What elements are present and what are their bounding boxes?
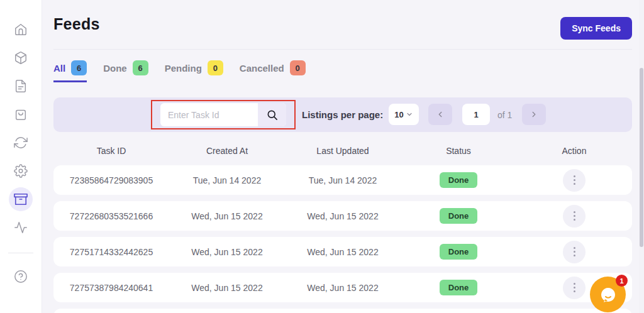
page-size-value: 10 [394, 110, 403, 119]
table-row-partial [53, 309, 632, 313]
tab-done-count-badge: 6 [133, 60, 148, 75]
table-row: 72385864729083905 Tue, Jun 14 2022 Tue, … [53, 165, 632, 195]
help-icon [14, 270, 28, 283]
tab-cancelled-label: Cancelled [240, 63, 284, 74]
listings-per-page-label: Listings per page: [302, 97, 383, 132]
status-badge: Done [440, 208, 478, 224]
kebab-menu-icon [574, 283, 575, 285]
last-updated-cell: Tue, Jun 14 2022 [309, 175, 377, 185]
status-badge: Done [440, 244, 478, 260]
sidebar-item-orders[interactable] [9, 102, 33, 126]
tab-pending[interactable]: Pending 0 [165, 60, 223, 82]
sidebar-item-templates[interactable] [9, 74, 33, 98]
page-total-label: of 1 [497, 97, 512, 132]
sidebar-item-feeds[interactable] [9, 187, 33, 211]
sidebar-item-sync[interactable] [9, 131, 33, 155]
home-icon [14, 23, 28, 36]
sync-feeds-button[interactable]: Sync Feeds [560, 17, 632, 40]
last-updated-cell: Wed, Jun 15 2022 [307, 247, 378, 257]
created-at-cell: Wed, Jun 15 2022 [191, 211, 262, 221]
last-updated-cell: Wed, Jun 15 2022 [307, 211, 378, 221]
main-content: Feeds Sync Feeds All 6 Done 6 Pending 0 … [42, 0, 644, 313]
chevron-right-icon [530, 110, 538, 119]
prev-page-button[interactable] [428, 104, 452, 125]
column-header-created-at: Created At [206, 146, 248, 156]
search-button[interactable] [258, 103, 286, 126]
task-id-cell: 72722680353521666 [70, 211, 153, 221]
kebab-menu-icon [574, 211, 575, 213]
column-header-task-id: Task ID [97, 146, 126, 156]
sidebar-item-help[interactable] [9, 265, 33, 288]
tab-done[interactable]: Done 6 [103, 60, 148, 82]
header-divider [53, 49, 632, 50]
table-row: 72757387984240641 Wed, Jun 15 2022 Wed, … [53, 273, 632, 302]
sidebar-item-settings[interactable] [9, 159, 33, 183]
page-title: Feeds [53, 15, 100, 33]
kebab-menu-icon [574, 247, 575, 249]
task-id-search-input[interactable] [160, 103, 258, 126]
table-toolbar: Listings per page: 10 of 1 [53, 97, 632, 132]
status-tabs: All 6 Done 6 Pending 0 Cancelled 0 [53, 60, 306, 82]
last-updated-cell: Wed, Jun 15 2022 [307, 283, 378, 293]
chat-notification-badge: 1 [616, 275, 628, 287]
document-icon [14, 79, 28, 93]
activity-icon [14, 221, 28, 234]
sidebar-item-products[interactable] [9, 46, 33, 70]
sidebar [0, 0, 42, 313]
created-at-cell: Tue, Jun 14 2022 [193, 175, 261, 185]
status-badge: Done [440, 172, 478, 188]
column-header-action: Action [562, 146, 587, 156]
search-icon [266, 109, 279, 121]
sidebar-item-home[interactable] [9, 18, 33, 41]
column-header-last-updated: Last Updated [316, 146, 369, 156]
status-badge: Done [440, 280, 478, 295]
tab-pending-count-badge: 0 [208, 60, 223, 75]
chat-launcher-button[interactable]: 1 [590, 277, 626, 312]
chevron-down-icon [406, 111, 413, 118]
sidebar-divider [8, 253, 33, 253]
created-at-cell: Wed, Jun 15 2022 [191, 283, 262, 293]
tab-pending-label: Pending [165, 63, 202, 74]
tab-cancelled[interactable]: Cancelled 0 [240, 60, 306, 82]
kebab-menu-icon [574, 175, 575, 177]
next-page-button[interactable] [522, 104, 546, 125]
page-size-select[interactable]: 10 [389, 104, 419, 125]
chat-bubble-icon [599, 285, 618, 304]
gear-icon [14, 164, 28, 178]
page-number-input[interactable] [462, 104, 490, 125]
column-header-status: Status [446, 146, 471, 156]
row-actions-button[interactable] [563, 277, 586, 299]
table-header: Task ID Created At Last Updated Status A… [53, 142, 632, 160]
archive-icon [14, 192, 28, 206]
table-row: 72751714332442625 Wed, Jun 15 2022 Wed, … [53, 237, 632, 266]
row-actions-button[interactable] [563, 241, 586, 263]
scrollbar-track[interactable] [639, 0, 644, 313]
scrollbar-thumb[interactable] [640, 68, 643, 247]
tab-all-count-badge: 6 [71, 60, 87, 75]
row-actions-button[interactable] [563, 205, 586, 228]
row-actions-button[interactable] [563, 169, 586, 192]
tab-all[interactable]: All 6 [53, 60, 87, 82]
task-id-cell: 72757387984240641 [70, 283, 153, 293]
tab-cancelled-count-badge: 0 [290, 60, 306, 75]
table-row: 72722680353521666 Wed, Jun 15 2022 Wed, … [53, 201, 632, 231]
chevron-left-icon [436, 110, 445, 119]
sync-icon [14, 136, 28, 150]
task-id-cell: 72751714332442625 [70, 247, 153, 257]
search-group [160, 103, 286, 126]
tab-done-label: Done [103, 63, 127, 74]
task-id-cell: 72385864729083905 [70, 175, 153, 185]
package-icon [14, 51, 28, 65]
shopping-bag-icon [14, 107, 28, 121]
sidebar-item-activity[interactable] [9, 216, 33, 239]
tab-all-label: All [53, 63, 65, 74]
created-at-cell: Wed, Jun 15 2022 [191, 247, 262, 257]
